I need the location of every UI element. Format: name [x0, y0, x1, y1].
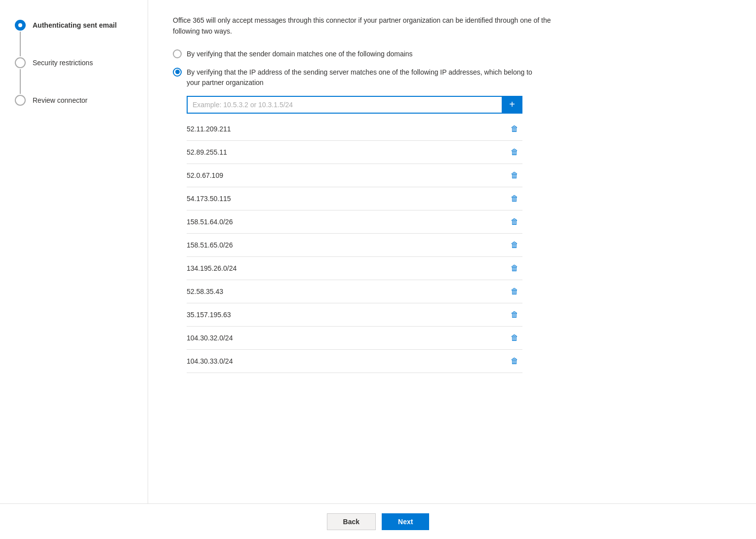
ip-list-item: 52.89.255.11🗑	[187, 141, 522, 164]
step3-label: Review connector	[33, 95, 87, 106]
ip-address-value: 52.0.67.109	[187, 171, 223, 179]
delete-ip-icon[interactable]: 🗑	[507, 169, 522, 182]
ip-address-input[interactable]	[187, 96, 502, 114]
step2-circle	[15, 57, 26, 68]
step1-connector-left	[15, 20, 26, 57]
step-review-connector: Review connector	[15, 95, 133, 106]
delete-ip-icon[interactable]: 🗑	[507, 285, 522, 298]
radio-option-by-domain[interactable]: By verifying that the sender domain matc…	[173, 49, 731, 59]
delete-ip-icon[interactable]: 🗑	[507, 239, 522, 251]
ip-address-value: 52.11.209.211	[187, 125, 231, 133]
step-authenticating-sent-email: Authenticating sent email	[15, 20, 133, 57]
radio-by-domain-input[interactable]	[173, 49, 182, 58]
step1-line	[20, 32, 21, 56]
back-button[interactable]: Back	[327, 513, 376, 530]
ip-list-item: 104.30.33.0/24🗑	[187, 350, 522, 373]
step1-label: Authenticating sent email	[33, 20, 117, 31]
delete-ip-icon[interactable]: 🗑	[507, 262, 522, 275]
ip-address-value: 104.30.33.0/24	[187, 357, 233, 365]
radio-by-domain-label: By verifying that the sender domain matc…	[187, 49, 413, 59]
delete-ip-icon[interactable]: 🗑	[507, 215, 522, 228]
ip-address-value: 52.89.255.11	[187, 148, 227, 156]
ip-list-item: 54.173.50.115🗑	[187, 187, 522, 210]
ip-list-item: 35.157.195.63🗑	[187, 303, 522, 327]
ip-address-value: 52.58.35.43	[187, 288, 223, 295]
ip-address-value: 134.195.26.0/24	[187, 264, 237, 272]
next-button[interactable]: Next	[382, 513, 429, 530]
step-security-restrictions: Security restrictions	[15, 57, 133, 95]
step2-label: Security restrictions	[33, 57, 93, 68]
step1-circle	[15, 20, 26, 31]
step3-circle	[15, 95, 26, 106]
delete-ip-icon[interactable]: 🗑	[507, 332, 522, 344]
ip-address-value: 158.51.65.0/26	[187, 241, 233, 249]
main-content-area: Office 365 will only accept messages thr…	[148, 0, 756, 503]
delete-ip-icon[interactable]: 🗑	[507, 192, 522, 205]
step2-connector-left	[15, 57, 26, 95]
delete-ip-icon[interactable]: 🗑	[507, 308, 522, 321]
ip-list-item: 158.51.65.0/26🗑	[187, 234, 522, 257]
ip-list-item: 52.11.209.211🗑	[187, 118, 522, 141]
steps-list: Authenticating sent email Security restr…	[15, 20, 133, 106]
ip-add-button[interactable]: +	[502, 96, 522, 114]
description-text: Office 365 will only accept messages thr…	[173, 15, 558, 37]
delete-ip-icon[interactable]: 🗑	[507, 355, 522, 368]
ip-address-value: 54.173.50.115	[187, 195, 231, 203]
ip-address-value: 158.51.64.0/26	[187, 218, 233, 226]
step2-line	[20, 69, 21, 94]
ip-list-item: 52.0.67.109🗑	[187, 164, 522, 187]
ip-list-item: 158.51.64.0/26🗑	[187, 210, 522, 234]
steps-sidebar: Authenticating sent email Security restr…	[0, 0, 148, 503]
ip-list-item: 52.58.35.43🗑	[187, 280, 522, 303]
ip-address-value: 35.157.195.63	[187, 311, 231, 319]
footer: Back Next	[0, 503, 756, 539]
ip-list-item: 104.30.32.0/24🗑	[187, 327, 522, 350]
ip-address-value: 104.30.32.0/24	[187, 334, 233, 342]
ip-input-row: +	[187, 96, 522, 114]
radio-option-by-ip[interactable]: By verifying that the IP address of the …	[173, 67, 731, 88]
ip-address-list: 52.11.209.211🗑52.89.255.11🗑52.0.67.109🗑5…	[187, 118, 522, 373]
radio-by-ip-input[interactable]	[173, 68, 182, 77]
ip-list-item: 134.195.26.0/24🗑	[187, 257, 522, 280]
step3-connector-left	[15, 95, 26, 106]
delete-ip-icon[interactable]: 🗑	[507, 123, 522, 135]
radio-by-ip-label: By verifying that the IP address of the …	[187, 67, 542, 88]
delete-ip-icon[interactable]: 🗑	[507, 146, 522, 159]
